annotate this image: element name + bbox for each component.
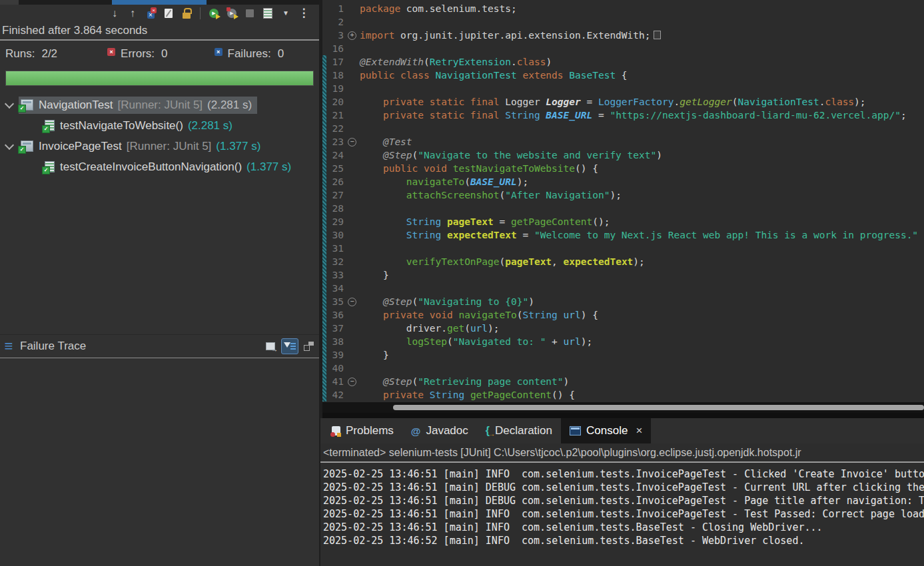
tree-row-test[interactable]: testCreateInvoiceButtonNavigation()(1.37…: [0, 156, 319, 177]
view-tab-edge: [0, 0, 19, 5]
fold-column: [345, 255, 360, 268]
editor-console-sash[interactable]: [322, 413, 924, 418]
chevron-expanded-icon[interactable]: [5, 99, 14, 108]
line-number: 39: [322, 348, 345, 362]
scrollbar-thumb[interactable]: [393, 405, 924, 410]
show-skipped-tests-icon[interactable]: [163, 7, 175, 19]
code-line[interactable]: 17@ExtendWith(RetryExtension.class): [322, 55, 918, 69]
java-editor[interactable]: 1package com.selenium.tests;23+import or…: [322, 0, 924, 402]
code-line[interactable]: 41− @Step("Retrieving page content"): [322, 375, 918, 388]
code-line[interactable]: 21 private static final String BASE_URL …: [322, 109, 918, 122]
test-method-pass-icon: [45, 120, 55, 131]
code-line[interactable]: 37 driver.get(url);: [322, 322, 918, 335]
stop-icon[interactable]: [244, 7, 256, 19]
line-number: 41: [322, 375, 345, 388]
fold-column: [345, 175, 360, 188]
show-stack-trace-in-console-icon[interactable]: [266, 342, 276, 351]
toolbar-separator: [200, 7, 201, 19]
scroll-lock-icon[interactable]: [181, 7, 193, 19]
view-menu-icon[interactable]: [0, 338, 17, 355]
view-layout-icon[interactable]: [303, 342, 314, 351]
eclipse-window: Finished after 3.864 seconds Runs: 2/2 E…: [0, 0, 924, 566]
check-badge-icon: [42, 166, 50, 174]
code-line[interactable]: 22: [322, 122, 918, 135]
show-failures-only-icon[interactable]: [145, 7, 157, 19]
tab-label: Declaration: [495, 424, 552, 437]
line-number: 2: [322, 15, 345, 29]
code-line[interactable]: 33 }: [322, 268, 918, 282]
line-number: 1: [322, 2, 345, 15]
tab-console[interactable]: Console×: [561, 418, 651, 443]
code-line[interactable]: 24 @Step("Navigate to the website and ve…: [322, 148, 918, 162]
code-line[interactable]: 36 private void navigateTo(String url) {: [322, 308, 918, 322]
code-line[interactable]: 28: [322, 202, 918, 215]
code-line[interactable]: 42 private String getPageContent() {: [322, 388, 918, 402]
more-options-icon[interactable]: [298, 7, 310, 19]
code-text: private void navigateTo(String url) {: [360, 308, 598, 322]
code-line[interactable]: 40: [322, 362, 918, 375]
fold-column: [345, 188, 360, 202]
previous-failed-test-icon[interactable]: [127, 7, 139, 19]
tab-problems[interactable]: Problems: [323, 418, 402, 443]
fold-column: [345, 215, 360, 228]
test-run-history-icon[interactable]: [262, 7, 274, 19]
chevron-down-icon[interactable]: [280, 7, 292, 19]
code-text: private String getPageContent() {: [360, 388, 575, 402]
fold-expanded-icon[interactable]: −: [348, 298, 356, 306]
tree-item[interactable]: testNavigateToWebsite()(2.281 s): [43, 117, 238, 135]
filter-stack-trace-icon[interactable]: [281, 338, 298, 354]
view-tab-strip: [0, 0, 319, 5]
code-line[interactable]: 30 String expectedText = "Welcome to my …: [322, 228, 918, 242]
tab-javadoc[interactable]: Javadoc: [402, 418, 477, 443]
code-line[interactable]: 39 }: [322, 348, 918, 362]
fold-collapsed-icon[interactable]: +: [348, 31, 356, 40]
line-number: 27: [322, 188, 345, 202]
fold-expanded-icon[interactable]: −: [348, 378, 356, 386]
code-line[interactable]: 35− @Step("Navigating to {0}"): [322, 295, 918, 308]
tree-row-suite[interactable]: InvoicePageTest[Runner: JUnit 5](1.377 s…: [0, 136, 319, 156]
chevron-expanded-icon[interactable]: [5, 140, 14, 149]
console-log-line: 2025-02-25 13:46:51 [main] INFO com.sele…: [323, 507, 924, 521]
line-number: 32: [322, 255, 345, 268]
code-line[interactable]: 3+import org.junit.jupiter.api.extension…: [322, 29, 918, 42]
tree-item[interactable]: testCreateInvoiceButtonNavigation()(1.37…: [43, 158, 296, 176]
code-line[interactable]: 27 attachScreenshot("After Navigation");: [322, 188, 918, 202]
code-line[interactable]: 18public class NavigationTest extends Ba…: [322, 69, 918, 82]
next-failed-test-icon[interactable]: [109, 7, 121, 19]
rerun-test-icon[interactable]: [208, 7, 220, 19]
code-line[interactable]: 32 verifyTextOnPage(pageText, expectedTe…: [322, 255, 918, 268]
fold-column: [345, 122, 360, 135]
folded-code-icon[interactable]: [654, 31, 661, 39]
tab-declaration[interactable]: Declaration: [477, 418, 561, 443]
code-line[interactable]: 25 public void testNavigateToWebsite() {: [322, 162, 918, 175]
code-line[interactable]: 19: [322, 82, 918, 95]
close-icon[interactable]: ×: [636, 424, 642, 437]
editor-horizontal-scrollbar[interactable]: [322, 402, 924, 413]
code-line[interactable]: 2: [322, 15, 918, 29]
tree-item[interactable]: InvoicePageTest[Runner: JUnit 5](1.377 s…: [19, 138, 266, 155]
code-line[interactable]: 34: [322, 282, 918, 295]
code-text: driver.get(url);: [360, 322, 500, 335]
console-log[interactable]: 2025-02-25 13:46:51 [main] INFO com.sele…: [320, 463, 924, 547]
problems-icon: [332, 426, 340, 435]
code-line[interactable]: 16: [322, 42, 918, 55]
tree-row-test[interactable]: testNavigateToWebsite()(2.281 s): [0, 115, 319, 136]
tree-item[interactable]: NavigationTest[Runner: JUnit 5](2.281 s): [19, 97, 257, 114]
code-line[interactable]: 31: [322, 242, 918, 255]
fold-expanded-icon[interactable]: −: [348, 138, 356, 146]
fold-column: [345, 348, 360, 362]
line-number: 31: [322, 242, 345, 255]
failure-icon: [215, 48, 223, 56]
code-line[interactable]: 20 private static final Logger Logger = …: [322, 95, 918, 109]
tree-row-suite[interactable]: NavigationTest[Runner: JUnit 5](2.281 s): [0, 95, 319, 115]
code-line[interactable]: 29 String pageText = getPageContent();: [322, 215, 918, 228]
failure-trace-title: Failure Trace: [20, 340, 266, 353]
code-line[interactable]: 26 navigateTo(BASE_URL);: [322, 175, 918, 188]
console-log-line: 2025-02-25 13:46:51 [main] DEBUG com.sel…: [323, 481, 924, 494]
rerun-failed-tests-icon[interactable]: [226, 7, 238, 19]
line-number: 35: [322, 295, 345, 308]
code-line[interactable]: 38 logStep("Navigated to: " + url);: [322, 335, 918, 348]
line-number: 34: [322, 282, 345, 295]
code-line[interactable]: 23− @Test: [322, 135, 918, 148]
code-line[interactable]: 1package com.selenium.tests;: [322, 2, 918, 15]
